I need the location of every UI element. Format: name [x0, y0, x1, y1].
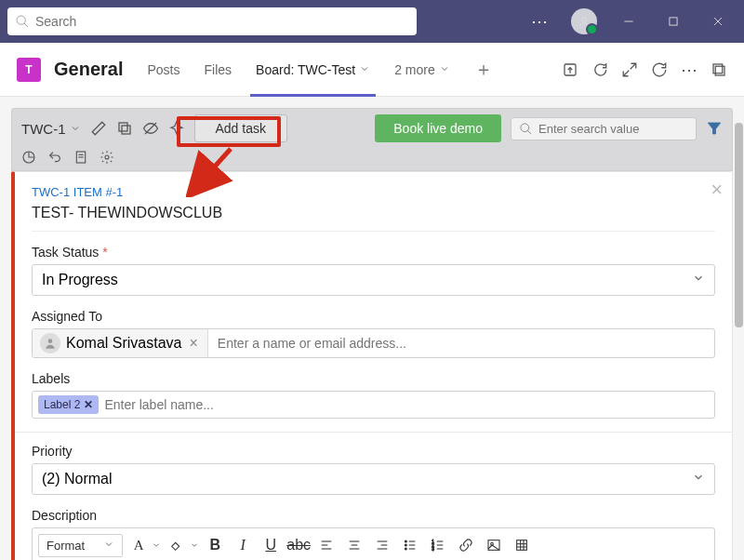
more-icon[interactable]: ⋯: [681, 61, 698, 78]
chevron-down-icon: [692, 272, 705, 288]
svg-text:3: 3: [432, 547, 435, 552]
svg-point-23: [105, 155, 109, 159]
bold-button[interactable]: B: [203, 533, 227, 557]
more-menu-button[interactable]: ⋯: [521, 7, 558, 36]
bullet-list-button[interactable]: [398, 533, 422, 557]
channel-name: General: [54, 59, 123, 80]
labels-field[interactable]: Label 2 ✕: [32, 391, 715, 419]
status-select[interactable]: In Progress: [32, 264, 715, 296]
description-label: Description: [32, 508, 715, 523]
scrollbar[interactable]: [735, 117, 743, 560]
svg-line-10: [623, 70, 629, 75]
underline-button[interactable]: U: [259, 533, 283, 557]
svg-point-0: [17, 16, 25, 24]
board-search[interactable]: [511, 117, 697, 140]
svg-rect-13: [122, 126, 130, 134]
link-button[interactable]: [454, 533, 478, 557]
assigned-chip: Komal Srivastava ×: [33, 329, 208, 357]
priority-select[interactable]: (2) Normal: [32, 463, 715, 495]
chevron-down-icon: [103, 539, 114, 553]
remove-assignee-button[interactable]: ×: [188, 335, 200, 352]
divider: [15, 432, 732, 433]
svg-line-9: [631, 63, 636, 69]
tab-more[interactable]: 2 more: [389, 43, 456, 97]
avatar[interactable]: [565, 7, 603, 36]
align-left-button[interactable]: [314, 533, 339, 557]
image-button[interactable]: [482, 533, 506, 557]
undo-icon[interactable]: [47, 150, 62, 165]
visibility-icon[interactable]: [142, 120, 159, 137]
priority-value: (2) Normal: [42, 471, 113, 487]
svg-rect-48: [517, 540, 527, 551]
svg-rect-14: [119, 123, 127, 131]
task-detail-panel: × TWC-1 ITEM #-1 TEST- THEWINDOWSCLUB Ta…: [11, 171, 733, 560]
strike-button[interactable]: abc: [286, 533, 311, 557]
board-area: TWC-1 Add task Book live demo: [0, 97, 744, 560]
book-demo-button[interactable]: Book live demo: [375, 114, 501, 142]
priority-label: Priority: [32, 444, 715, 459]
tab-board[interactable]: Board: TWC-Test: [250, 43, 376, 97]
pin-icon[interactable]: [168, 120, 185, 137]
chart-icon[interactable]: [21, 150, 36, 165]
labels-input[interactable]: [104, 397, 709, 412]
highlight-button[interactable]: [165, 533, 199, 557]
italic-button[interactable]: I: [231, 533, 255, 557]
task-title[interactable]: TEST- THEWINDOWSCLUB: [32, 205, 715, 232]
status-label: Task Status *: [32, 245, 715, 260]
board-toolbar: TWC-1 Add task Book live demo: [11, 108, 733, 171]
assigned-input[interactable]: [218, 336, 705, 351]
board-name-dropdown[interactable]: TWC-1: [21, 121, 81, 137]
table-button[interactable]: [510, 533, 534, 557]
add-task-button[interactable]: Add task: [194, 114, 287, 142]
copy-icon[interactable]: [116, 120, 133, 137]
search-icon: [15, 14, 30, 29]
filter-icon[interactable]: [706, 120, 723, 137]
minimize-button[interactable]: [610, 7, 647, 36]
chevron-down-icon: [359, 62, 370, 77]
label-chip: Label 2 ✕: [38, 395, 99, 414]
add-tab-button[interactable]: ＋: [469, 43, 498, 97]
tab-files[interactable]: Files: [199, 43, 238, 97]
app-titlebar: ⋯: [0, 0, 744, 43]
svg-point-2: [582, 17, 587, 21]
global-search[interactable]: [7, 7, 417, 35]
settings-icon[interactable]: [100, 150, 114, 165]
format-select[interactable]: Format: [38, 534, 123, 557]
svg-rect-12: [713, 64, 723, 73]
close-window-button[interactable]: [699, 7, 737, 36]
tab-posts[interactable]: Posts: [141, 43, 185, 97]
global-search-input[interactable]: [35, 14, 409, 29]
labels-label: Labels: [32, 371, 715, 386]
svg-point-36: [405, 548, 407, 550]
search-icon: [519, 122, 533, 136]
chat-icon[interactable]: [591, 61, 608, 78]
maximize-button[interactable]: [655, 7, 692, 36]
team-icon: T: [17, 58, 41, 82]
number-list-button[interactable]: 123: [426, 533, 450, 557]
popout-icon[interactable]: [711, 61, 727, 78]
assigned-name: Komal Srivastava: [66, 335, 182, 352]
task-item-id[interactable]: TWC-1 ITEM #-1: [32, 185, 715, 199]
align-right-button[interactable]: [370, 533, 394, 557]
tab-more-label: 2 more: [394, 62, 435, 77]
share-icon[interactable]: [562, 61, 578, 78]
font-color-button[interactable]: A: [126, 533, 161, 557]
close-panel-button[interactable]: ×: [711, 180, 723, 200]
chevron-down-icon: [692, 471, 705, 487]
board-name-label: TWC-1: [21, 121, 66, 137]
editor-toolbar: Format A B I U abc 123: [32, 527, 715, 560]
svg-point-16: [521, 123, 529, 131]
svg-point-34: [405, 540, 407, 542]
align-center-button[interactable]: [342, 533, 366, 557]
edit-icon[interactable]: [90, 120, 107, 137]
board-search-input[interactable]: [538, 122, 678, 136]
remove-label-button[interactable]: ✕: [84, 398, 93, 411]
chevron-down-icon: [152, 537, 161, 553]
assigned-field[interactable]: Komal Srivastava ×: [32, 328, 715, 358]
svg-point-24: [48, 339, 53, 343]
svg-line-1: [24, 23, 28, 27]
expand-icon[interactable]: [621, 61, 638, 78]
svg-line-17: [527, 130, 531, 134]
export-icon[interactable]: [73, 150, 88, 165]
refresh-icon[interactable]: [651, 61, 668, 78]
